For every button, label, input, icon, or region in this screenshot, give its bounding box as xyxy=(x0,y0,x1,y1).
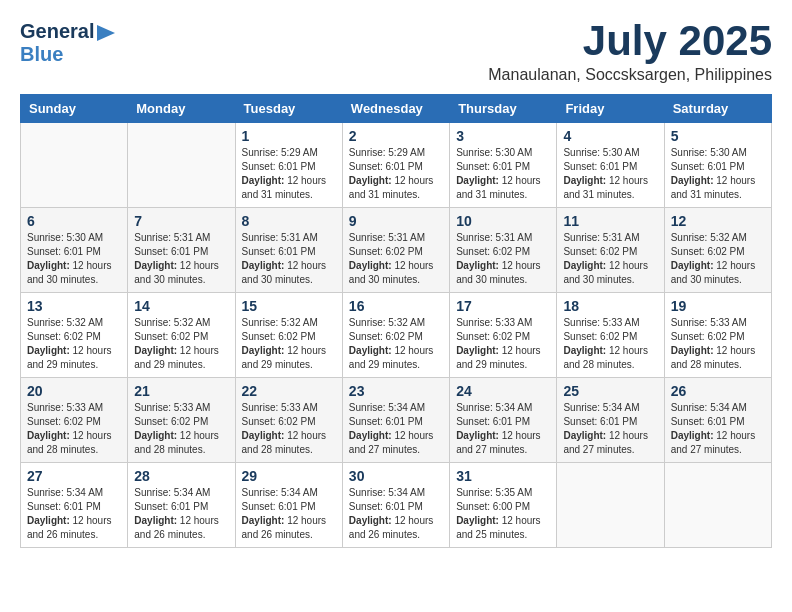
day-info-text: Daylight: 12 hours and 27 minutes. xyxy=(563,429,657,457)
day-info-text: Sunset: 6:01 PM xyxy=(349,500,443,514)
day-number: 7 xyxy=(134,213,228,229)
day-info-text: Daylight: 12 hours and 31 minutes. xyxy=(349,174,443,202)
day-info-text: Sunset: 6:01 PM xyxy=(242,160,336,174)
day-info-text: Sunrise: 5:34 AM xyxy=(456,401,550,415)
day-info-text: Daylight: 12 hours and 28 minutes. xyxy=(242,429,336,457)
day-info-text: Daylight: 12 hours and 29 minutes. xyxy=(134,344,228,372)
table-row: 29Sunrise: 5:34 AMSunset: 6:01 PMDayligh… xyxy=(235,463,342,548)
col-monday: Monday xyxy=(128,95,235,123)
day-info-text: Daylight: 12 hours and 28 minutes. xyxy=(27,429,121,457)
calendar-week-row: 20Sunrise: 5:33 AMSunset: 6:02 PMDayligh… xyxy=(21,378,772,463)
table-row xyxy=(557,463,664,548)
table-row: 28Sunrise: 5:34 AMSunset: 6:01 PMDayligh… xyxy=(128,463,235,548)
location-subtitle: Manaulanan, Soccsksargen, Philippines xyxy=(488,66,772,84)
month-title: July 2025 xyxy=(488,20,772,62)
day-info-text: Sunrise: 5:33 AM xyxy=(27,401,121,415)
table-row: 7Sunrise: 5:31 AMSunset: 6:01 PMDaylight… xyxy=(128,208,235,293)
day-info-text: Sunrise: 5:31 AM xyxy=(349,231,443,245)
day-info-text: Daylight: 12 hours and 25 minutes. xyxy=(456,514,550,542)
day-number: 20 xyxy=(27,383,121,399)
day-number: 13 xyxy=(27,298,121,314)
day-info-text: Sunset: 6:02 PM xyxy=(456,245,550,259)
day-number: 6 xyxy=(27,213,121,229)
day-info-text: Daylight: 12 hours and 27 minutes. xyxy=(456,429,550,457)
day-info-text: Sunrise: 5:34 AM xyxy=(242,486,336,500)
table-row: 2Sunrise: 5:29 AMSunset: 6:01 PMDaylight… xyxy=(342,123,449,208)
table-row xyxy=(128,123,235,208)
day-info-text: Sunrise: 5:31 AM xyxy=(563,231,657,245)
day-info-text: Sunrise: 5:34 AM xyxy=(349,486,443,500)
day-info-text: Daylight: 12 hours and 27 minutes. xyxy=(349,429,443,457)
table-row: 20Sunrise: 5:33 AMSunset: 6:02 PMDayligh… xyxy=(21,378,128,463)
day-info-text: Daylight: 12 hours and 31 minutes. xyxy=(671,174,765,202)
table-row: 18Sunrise: 5:33 AMSunset: 6:02 PMDayligh… xyxy=(557,293,664,378)
day-info-text: Sunset: 6:02 PM xyxy=(671,330,765,344)
day-info-text: Sunset: 6:02 PM xyxy=(27,415,121,429)
day-info-text: Daylight: 12 hours and 28 minutes. xyxy=(563,344,657,372)
table-row: 12Sunrise: 5:32 AMSunset: 6:02 PMDayligh… xyxy=(664,208,771,293)
day-info-text: Sunrise: 5:34 AM xyxy=(27,486,121,500)
day-number: 23 xyxy=(349,383,443,399)
table-row: 11Sunrise: 5:31 AMSunset: 6:02 PMDayligh… xyxy=(557,208,664,293)
day-info-text: Daylight: 12 hours and 27 minutes. xyxy=(671,429,765,457)
table-row: 26Sunrise: 5:34 AMSunset: 6:01 PMDayligh… xyxy=(664,378,771,463)
table-row: 23Sunrise: 5:34 AMSunset: 6:01 PMDayligh… xyxy=(342,378,449,463)
day-info-text: Sunset: 6:02 PM xyxy=(563,330,657,344)
day-info-text: Sunset: 6:02 PM xyxy=(134,415,228,429)
logo: General Blue xyxy=(20,20,115,66)
table-row: 10Sunrise: 5:31 AMSunset: 6:02 PMDayligh… xyxy=(450,208,557,293)
col-sunday: Sunday xyxy=(21,95,128,123)
svg-marker-0 xyxy=(97,25,115,41)
day-number: 1 xyxy=(242,128,336,144)
day-info-text: Sunrise: 5:34 AM xyxy=(671,401,765,415)
day-info-text: Sunset: 6:01 PM xyxy=(134,500,228,514)
table-row: 5Sunrise: 5:30 AMSunset: 6:01 PMDaylight… xyxy=(664,123,771,208)
day-number: 8 xyxy=(242,213,336,229)
day-info-text: Daylight: 12 hours and 30 minutes. xyxy=(242,259,336,287)
day-info-text: Sunrise: 5:31 AM xyxy=(242,231,336,245)
day-number: 2 xyxy=(349,128,443,144)
day-info-text: Daylight: 12 hours and 30 minutes. xyxy=(27,259,121,287)
day-info-text: Sunset: 6:02 PM xyxy=(349,245,443,259)
logo-blue-text: Blue xyxy=(20,43,63,66)
day-info-text: Daylight: 12 hours and 29 minutes. xyxy=(242,344,336,372)
day-number: 25 xyxy=(563,383,657,399)
day-info-text: Daylight: 12 hours and 28 minutes. xyxy=(134,429,228,457)
day-info-text: Sunrise: 5:32 AM xyxy=(349,316,443,330)
table-row xyxy=(664,463,771,548)
day-info-text: Daylight: 12 hours and 26 minutes. xyxy=(27,514,121,542)
day-info-text: Sunset: 6:02 PM xyxy=(242,330,336,344)
table-row: 8Sunrise: 5:31 AMSunset: 6:01 PMDaylight… xyxy=(235,208,342,293)
day-info-text: Sunset: 6:02 PM xyxy=(349,330,443,344)
day-info-text: Sunset: 6:02 PM xyxy=(456,330,550,344)
day-number: 4 xyxy=(563,128,657,144)
col-tuesday: Tuesday xyxy=(235,95,342,123)
day-number: 5 xyxy=(671,128,765,144)
table-row: 30Sunrise: 5:34 AMSunset: 6:01 PMDayligh… xyxy=(342,463,449,548)
day-info-text: Sunrise: 5:31 AM xyxy=(134,231,228,245)
table-row: 21Sunrise: 5:33 AMSunset: 6:02 PMDayligh… xyxy=(128,378,235,463)
table-row: 25Sunrise: 5:34 AMSunset: 6:01 PMDayligh… xyxy=(557,378,664,463)
day-number: 10 xyxy=(456,213,550,229)
day-info-text: Daylight: 12 hours and 30 minutes. xyxy=(134,259,228,287)
col-thursday: Thursday xyxy=(450,95,557,123)
col-friday: Friday xyxy=(557,95,664,123)
table-row: 16Sunrise: 5:32 AMSunset: 6:02 PMDayligh… xyxy=(342,293,449,378)
day-info-text: Sunset: 6:01 PM xyxy=(671,160,765,174)
day-number: 24 xyxy=(456,383,550,399)
day-info-text: Sunset: 6:01 PM xyxy=(242,500,336,514)
day-info-text: Sunrise: 5:34 AM xyxy=(134,486,228,500)
day-info-text: Sunset: 6:01 PM xyxy=(456,415,550,429)
day-info-text: Daylight: 12 hours and 30 minutes. xyxy=(563,259,657,287)
table-row: 14Sunrise: 5:32 AMSunset: 6:02 PMDayligh… xyxy=(128,293,235,378)
table-row: 19Sunrise: 5:33 AMSunset: 6:02 PMDayligh… xyxy=(664,293,771,378)
table-row: 3Sunrise: 5:30 AMSunset: 6:01 PMDaylight… xyxy=(450,123,557,208)
day-info-text: Sunset: 6:01 PM xyxy=(242,245,336,259)
day-info-text: Daylight: 12 hours and 31 minutes. xyxy=(563,174,657,202)
table-row: 27Sunrise: 5:34 AMSunset: 6:01 PMDayligh… xyxy=(21,463,128,548)
day-info-text: Sunrise: 5:31 AM xyxy=(456,231,550,245)
day-info-text: Sunrise: 5:30 AM xyxy=(671,146,765,160)
day-info-text: Sunrise: 5:32 AM xyxy=(27,316,121,330)
day-info-text: Sunset: 6:01 PM xyxy=(563,160,657,174)
day-number: 30 xyxy=(349,468,443,484)
